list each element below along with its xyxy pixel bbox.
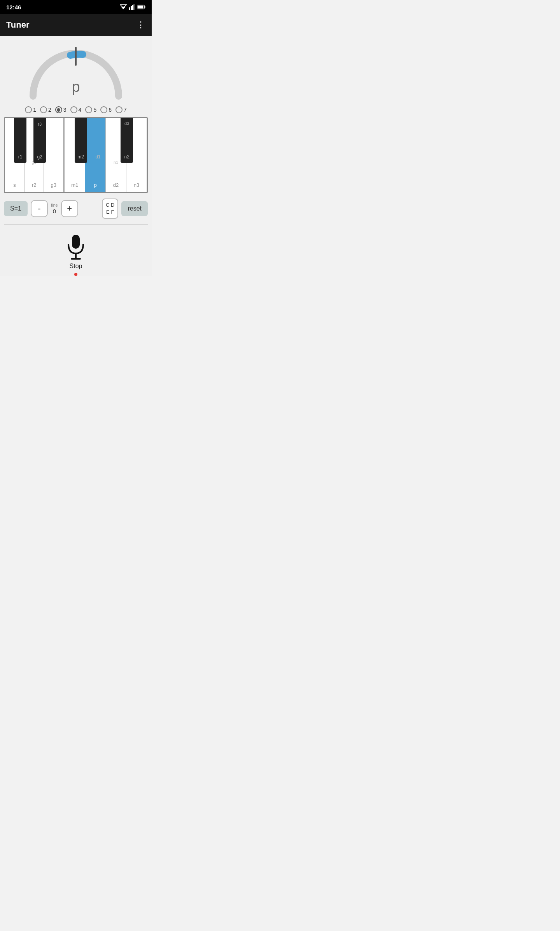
key-label-n3: n3 <box>134 182 139 188</box>
octave-label-4: 4 <box>79 107 82 113</box>
svg-rect-4 <box>132 5 133 10</box>
svg-rect-5 <box>133 4 135 10</box>
app-title: Tuner <box>6 20 29 30</box>
piano-right-section: m1 p n1 d2 n3 m2 d1 d3 n2 <box>65 118 147 192</box>
radio-circle-1[interactable] <box>25 106 32 113</box>
app-bar: Tuner ⋮ <box>0 14 152 36</box>
radio-circle-2[interactable] <box>40 106 47 113</box>
piano-key-r1[interactable]: r1 <box>14 118 26 163</box>
piano-left-section: s g1 r2 g3 r1 r3 g2 <box>5 118 63 192</box>
minus-button[interactable]: - <box>31 200 48 217</box>
cdef-label-top: C D <box>106 202 114 209</box>
octave-label-7: 7 <box>124 107 127 113</box>
mic-icon[interactable] <box>65 234 86 261</box>
key-label-p: p <box>94 182 97 188</box>
svg-rect-3 <box>131 6 132 10</box>
octave-radio-7[interactable]: 7 <box>116 106 127 113</box>
octave-selector: 1 2 3 4 5 6 7 <box>0 106 152 113</box>
s1-button[interactable]: S=1 <box>4 201 28 216</box>
status-icons <box>120 4 145 10</box>
reset-button[interactable]: reset <box>121 201 148 216</box>
piano-divider <box>63 118 65 192</box>
octave-label-5: 5 <box>93 107 96 113</box>
key-label-r1: r1 <box>18 154 23 160</box>
signal-icon <box>129 4 135 10</box>
key-label-d2: d2 <box>113 182 119 188</box>
octave-label-2: 2 <box>48 107 51 113</box>
key-label-n2: n2 <box>124 154 130 160</box>
svg-rect-8 <box>138 6 144 9</box>
key-label-d3: d3 <box>124 121 129 126</box>
key-label-r2: r2 <box>32 182 37 188</box>
wifi-icon <box>120 4 127 10</box>
octave-radio-6[interactable]: 6 <box>100 106 112 113</box>
octave-radio-1[interactable]: 1 <box>25 106 36 113</box>
key-label-m2: m2 <box>77 154 84 160</box>
key-label-g2: g2 <box>37 154 42 160</box>
octave-label-3: 3 <box>63 107 66 113</box>
plus-button[interactable]: + <box>61 200 78 217</box>
cdef-button[interactable]: C D E F <box>102 198 118 219</box>
key-label-s: s <box>13 182 16 188</box>
main-content: p 1 2 3 4 5 6 7 <box>0 36 152 276</box>
key-label-d1: d1 <box>95 154 100 160</box>
stop-label[interactable]: Stop <box>70 263 82 270</box>
piano-key-n2[interactable]: d3 n2 <box>121 118 133 163</box>
more-options-icon[interactable]: ⋮ <box>136 20 145 30</box>
svg-rect-2 <box>129 7 130 10</box>
piano-key-g2[interactable]: r3 g2 <box>33 118 46 163</box>
svg-rect-7 <box>145 6 145 8</box>
tuner-note: p <box>25 79 126 95</box>
fine-label: fine <box>51 203 58 207</box>
octave-radio-4[interactable]: 4 <box>70 106 82 113</box>
octave-radio-2[interactable]: 2 <box>40 106 51 113</box>
fine-group: fine 0 <box>51 203 58 214</box>
radio-circle-5[interactable] <box>85 106 92 113</box>
cdef-label-bottom: E F <box>106 209 114 216</box>
radio-circle-6[interactable] <box>100 106 107 113</box>
clock: 12:46 <box>6 4 21 11</box>
key-label-g3: g3 <box>51 182 56 188</box>
fine-value: 0 <box>53 208 56 214</box>
piano-keyboard: s g1 r2 g3 r1 r3 g2 <box>4 117 148 193</box>
radio-circle-3[interactable] <box>55 106 62 113</box>
key-label-r3: r3 <box>38 122 42 126</box>
piano-key-m2[interactable]: m2 <box>75 118 87 163</box>
status-bar: 12:46 <box>0 0 152 14</box>
horizontal-divider <box>4 224 148 225</box>
piano-key-d1[interactable]: d1 <box>92 118 104 163</box>
mic-section: Stop <box>65 234 86 276</box>
octave-label-1: 1 <box>33 107 36 113</box>
controls-row: S=1 - fine 0 + C D E F reset <box>4 198 148 219</box>
battery-icon <box>137 5 145 9</box>
key-label-m1: m1 <box>71 182 78 188</box>
radio-circle-7[interactable] <box>116 106 122 113</box>
radio-circle-4[interactable] <box>70 106 77 113</box>
octave-radio-3[interactable]: 3 <box>55 106 66 113</box>
octave-label-6: 6 <box>108 107 112 113</box>
piano-key-g3[interactable]: g3 <box>44 118 63 192</box>
key-label-n1: n1 <box>114 160 118 165</box>
octave-radio-5[interactable]: 5 <box>85 106 96 113</box>
svg-rect-10 <box>72 235 80 249</box>
tuner-gauge: p <box>25 44 126 100</box>
recording-indicator <box>74 273 77 276</box>
